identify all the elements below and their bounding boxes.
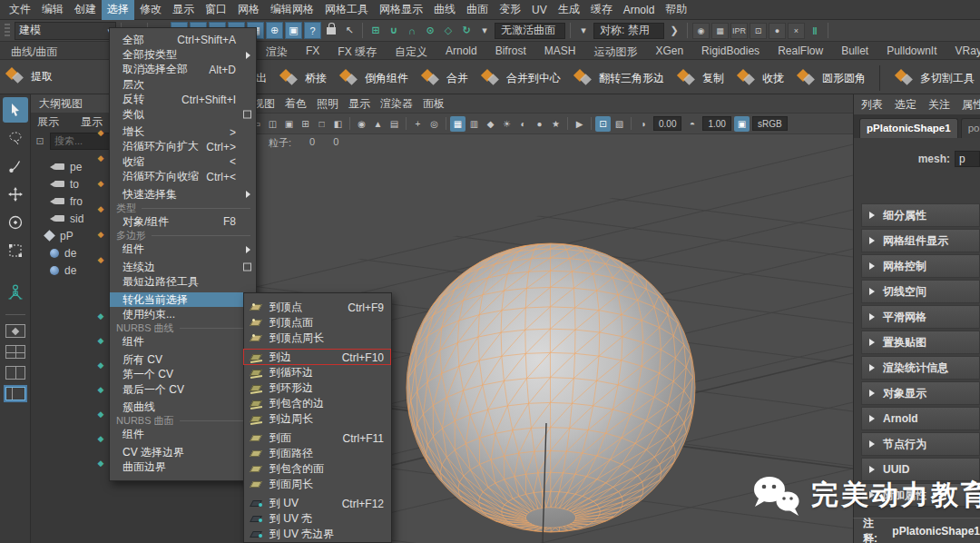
shadows-icon[interactable]: ◐ bbox=[515, 116, 531, 132]
two-d-pan-zoom-icon[interactable]: + bbox=[410, 116, 426, 132]
menu-set-dropdown[interactable]: 建模▾ bbox=[15, 22, 116, 40]
select-menu-item-1[interactable]: 全部按类型 bbox=[110, 47, 256, 62]
menubar-item-4[interactable]: 修改 bbox=[134, 0, 167, 20]
live-surface-field[interactable]: 无激活曲面 bbox=[495, 23, 565, 39]
attribute-editor-menu-3[interactable]: 属性 bbox=[962, 97, 980, 113]
light-editor-icon[interactable]: × bbox=[788, 23, 805, 39]
select-menu-item-19[interactable]: 最短边路径工具 bbox=[110, 274, 256, 289]
menubar-item-12[interactable]: 曲面 bbox=[461, 0, 494, 20]
select-menu-item-4[interactable]: 反转Ctrl+Shift+I bbox=[110, 93, 256, 107]
menubar-item-7[interactable]: 网格 bbox=[232, 0, 265, 20]
dropdown-arrow-icon[interactable]: ▾ bbox=[476, 23, 493, 39]
oversampling-icon[interactable]: ◎ bbox=[426, 116, 442, 132]
select-menu-item-35[interactable]: 曲面边界 bbox=[110, 459, 256, 474]
exposure-value[interactable]: 0.00 bbox=[653, 116, 681, 131]
shelf-tab-3[interactable]: FX 缓存 bbox=[328, 43, 386, 62]
snap-to-projected-center-icon[interactable]: ⊙ bbox=[422, 23, 438, 39]
menubar-item-5[interactable]: 显示 bbox=[167, 0, 200, 20]
safe-title-icon[interactable]: ◧ bbox=[330, 116, 346, 132]
menubar-item-11[interactable]: 曲线 bbox=[428, 0, 461, 20]
viewport-menu-5[interactable]: 面板 bbox=[423, 96, 445, 112]
select-menu-item-24[interactable]: 组件 bbox=[110, 335, 256, 350]
option-box-icon[interactable] bbox=[243, 111, 251, 119]
colorspace-value[interactable]: sRGB bbox=[752, 116, 788, 131]
convert-submenu-item-4[interactable]: 到边Ctrl+F10 bbox=[244, 350, 391, 365]
shelf-button-5[interactable]: 合并到中心 bbox=[480, 67, 561, 89]
shelf-button-3[interactable]: 倒角组件 bbox=[338, 67, 408, 89]
shelf-tab-1[interactable]: 渲染 bbox=[257, 43, 297, 62]
mesh-name-field[interactable]: p bbox=[955, 151, 980, 167]
select-menu-item-8[interactable]: 沿循环方向扩大Ctrl+> bbox=[110, 140, 256, 154]
camera-attributes-icon[interactable]: ◉ bbox=[354, 116, 369, 132]
shelf-tab-12[interactable]: Bullet bbox=[832, 43, 877, 62]
attribute-section-6[interactable]: 渲染统计信息 bbox=[861, 356, 980, 380]
select-menu-item-5[interactable]: 类似 bbox=[110, 107, 256, 122]
outliner-menu-0[interactable]: 展示 bbox=[37, 114, 59, 130]
shelf-tab-14[interactable]: VRay bbox=[946, 43, 980, 62]
dropdown-arrow-icon[interactable]: ▾ bbox=[575, 23, 592, 39]
default-lighting-icon[interactable]: ☀ bbox=[499, 116, 514, 132]
hypershade-icon[interactable]: ● bbox=[769, 23, 786, 39]
select-menu-item-26[interactable]: 所有 CV bbox=[110, 352, 256, 367]
attribute-section-5[interactable]: 置换贴图 bbox=[861, 331, 980, 354]
convert-submenu-item-1[interactable]: 到顶点面 bbox=[244, 315, 391, 331]
attribute-section-1[interactable]: 网格组件显示 bbox=[861, 229, 980, 252]
menubar-item-16[interactable]: 缓存 bbox=[585, 0, 618, 20]
select-menu-item-30[interactable]: 簇曲线 bbox=[110, 400, 256, 414]
select-by-dynamics-icon[interactable]: ⊕ bbox=[266, 22, 283, 39]
shelf-tab-6[interactable]: Bifrost bbox=[486, 43, 535, 62]
menubar-item-8[interactable]: 编辑网格 bbox=[265, 0, 319, 20]
filter-icon[interactable]: ⊡ bbox=[34, 134, 46, 147]
select-menu-item-3[interactable]: 层次 bbox=[110, 77, 256, 92]
viewport-menu-1[interactable]: 着色 bbox=[285, 96, 307, 112]
shelf-button-extract[interactable]: 提取 bbox=[5, 65, 53, 87]
expand-arrow-icon[interactable]: ❯ bbox=[666, 23, 682, 39]
attribute-editor-tab-1[interactable]: poly bbox=[961, 118, 980, 138]
attribute-editor-menu-1[interactable]: 选定 bbox=[895, 97, 916, 113]
select-menu-item-14[interactable]: 对象/组件F8 bbox=[110, 214, 256, 229]
pause-viewport-icon[interactable]: ‖ bbox=[807, 23, 823, 39]
viewport-menu-3[interactable]: 显示 bbox=[348, 96, 370, 112]
convert-submenu-item-7[interactable]: 到包含的边 bbox=[244, 396, 391, 411]
select-menu-item-10[interactable]: 沿循环方向收缩Ctrl+< bbox=[110, 170, 256, 184]
make-live-icon[interactable]: ↻ bbox=[458, 23, 475, 39]
shelf-button-8[interactable]: 收拢 bbox=[736, 67, 784, 89]
textured-icon[interactable]: ▧ bbox=[612, 116, 627, 132]
render-view-icon[interactable]: ◉ bbox=[692, 23, 710, 39]
select-by-misc-icon[interactable]: ? bbox=[304, 22, 321, 39]
exposure-icon[interactable]: ◑ bbox=[635, 116, 651, 132]
single-pane-layout[interactable] bbox=[5, 324, 25, 338]
select-by-rendering-icon[interactable]: ▣ bbox=[285, 22, 302, 39]
attribute-section-0[interactable]: 细分属性 bbox=[861, 203, 980, 227]
convert-submenu-item-8[interactable]: 到边周长 bbox=[244, 411, 391, 427]
scale-tool[interactable] bbox=[3, 238, 28, 263]
shelf-tab-7[interactable]: MASH bbox=[535, 43, 585, 62]
lock-selection-icon[interactable] bbox=[327, 27, 336, 35]
shelf-tab-11[interactable]: RealFlow bbox=[769, 43, 832, 62]
hud-toggle-icon[interactable]: ▥ bbox=[466, 116, 482, 132]
shelf-button-2[interactable]: 桥接 bbox=[279, 67, 327, 89]
shelf-tab-curves-surfaces[interactable]: 曲线/曲面 bbox=[2, 43, 66, 62]
toolbar-grip[interactable] bbox=[5, 24, 10, 38]
menubar-item-9[interactable]: 网格工具 bbox=[319, 0, 374, 20]
four-pane-layout[interactable] bbox=[5, 345, 25, 359]
shelf-button-9[interactable]: 圆形圆角 bbox=[796, 67, 866, 89]
snap-to-grid-icon[interactable]: ⊞ bbox=[368, 23, 384, 39]
attribute-section-7[interactable]: 对象显示 bbox=[861, 381, 980, 405]
motion-blur-icon[interactable]: ★ bbox=[548, 116, 564, 132]
convert-submenu-item-12[interactable]: 到包含的面 bbox=[244, 461, 391, 477]
select-menu-item-27[interactable]: 第一个 CV bbox=[110, 367, 256, 381]
convert-submenu-item-5[interactable]: 到循环边 bbox=[244, 365, 391, 380]
convert-submenu-item-13[interactable]: 到面周长 bbox=[244, 477, 391, 492]
attribute-editor-tab-0[interactable]: pPlatonicShape1 bbox=[859, 118, 958, 138]
snap-to-curve-icon[interactable]: ∪ bbox=[386, 23, 402, 39]
convert-submenu-item-10[interactable]: 到面Ctrl+F11 bbox=[244, 430, 391, 446]
convert-submenu-item-2[interactable]: 到顶点周长 bbox=[244, 331, 391, 346]
attribute-editor-menu-2[interactable]: 关注 bbox=[928, 97, 950, 113]
convert-submenu-item-0[interactable]: 到顶点Ctrl+F9 bbox=[244, 300, 391, 315]
menubar-item-0[interactable]: 文件 bbox=[4, 0, 36, 20]
convert-submenu-item-16[interactable]: 到 UV 壳 bbox=[244, 511, 391, 527]
convert-submenu-item-17[interactable]: 到 UV 壳边界 bbox=[244, 527, 391, 542]
select-menu-item-16[interactable]: 组件 bbox=[110, 242, 256, 257]
shelf-tab-13[interactable]: PulldownIt bbox=[877, 43, 946, 62]
